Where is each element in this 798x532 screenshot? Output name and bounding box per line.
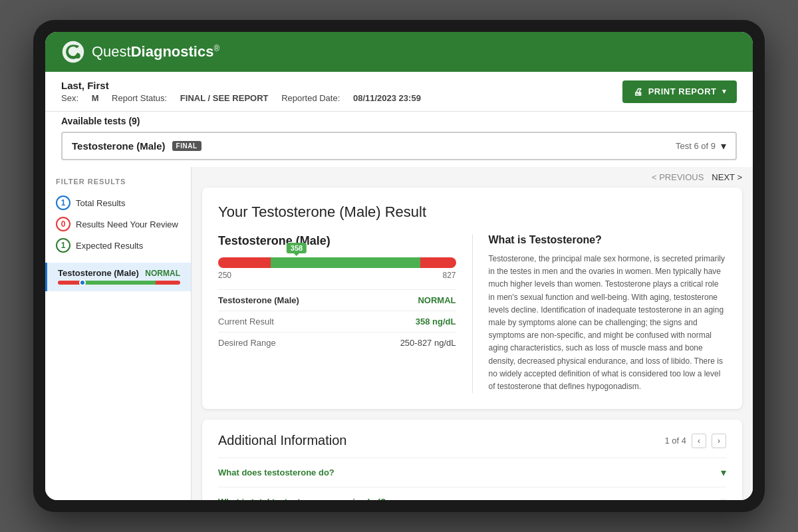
status-info: Report Status: FINAL / SEE REPORT: [112, 93, 271, 103]
sidebar-testosterone-item[interactable]: Testosterone (Male) NORMAL: [45, 263, 191, 291]
result-body: Testosterone (Male) 358 250 827: [218, 234, 726, 393]
additional-info-card: Additional Information 1 of 4 ‹ › What d…: [202, 420, 742, 500]
filter-results-label: FILTER RESULTS: [45, 178, 191, 186]
result-right: What is Testosterone? Testosterone, the …: [472, 234, 727, 393]
sidebar: FILTER RESULTS 1 Total Results 0 Results…: [45, 167, 192, 500]
needs-review-label: Results Need Your Review: [76, 219, 178, 229]
current-result-row: Current Result 358 ng/dL: [218, 311, 456, 332]
printer-icon: 🖨: [633, 86, 643, 97]
screen: QuestDiagnostics® Last, First Sex: M Rep…: [45, 32, 753, 500]
patient-info: Last, First Sex: M Report Status: FINAL …: [61, 80, 432, 103]
nav-bar: < PREVIOUS NEXT >: [192, 167, 753, 188]
main-content: FILTER RESULTS 1 Total Results 0 Results…: [45, 167, 753, 500]
faq-item-1[interactable]: What does testosterone do? ▾: [218, 458, 726, 487]
logo-text: QuestDiagnostics®: [92, 43, 219, 61]
what-is-text: Testosterone, the principal male sex hor…: [489, 253, 727, 393]
test-status-row: Testosterone (Male) NORMAL: [218, 289, 456, 311]
patient-details: Sex: M Report Status: FINAL / SEE REPORT…: [61, 93, 432, 103]
filter-total-results[interactable]: 1 Total Results: [45, 192, 191, 213]
quest-logo-icon: [61, 40, 85, 64]
patient-bar: Last, First Sex: M Report Status: FINAL …: [45, 72, 753, 112]
needs-review-badge: 0: [56, 217, 70, 231]
test-dropdown[interactable]: Testosterone (Male) FINAL Test 6 of 9 ▾: [61, 132, 737, 160]
svg-point-0: [63, 41, 84, 63]
faq-question-2: What is total testosterone comprised of?: [218, 497, 386, 500]
range-labels: 250 827: [218, 271, 456, 280]
sidebar-slider-dot: [79, 279, 86, 286]
pagination-prev-button[interactable]: ‹: [692, 434, 706, 448]
print-chevron-icon: ▾: [722, 87, 727, 96]
faq-question-1: What does testosterone do?: [218, 467, 334, 477]
desired-range-value: 250-827 ng/dL: [400, 338, 456, 348]
current-result-value: 358 ng/dL: [416, 317, 456, 327]
test-name-row-label: Testosterone (Male): [218, 295, 299, 305]
right-panel: < PREVIOUS NEXT > Your Testosterone (Mal…: [192, 167, 753, 500]
result-card-title: Your Testosterone (Male) Result: [218, 203, 726, 221]
result-card: Your Testosterone (Male) Result Testoste…: [202, 188, 742, 409]
test-dropdown-left: Testosterone (Male) FINAL: [72, 140, 201, 152]
svg-point-1: [76, 54, 80, 59]
additional-info-title: Additional Information: [218, 433, 346, 448]
faq-item-2[interactable]: What is total testosterone comprised of?…: [218, 487, 726, 500]
range-value-bubble: 358: [287, 243, 307, 253]
dropdown-chevron-icon: ▾: [721, 140, 726, 152]
available-tests-label: Available tests (9): [61, 116, 737, 126]
what-is-title: What is Testosterone?: [489, 234, 727, 246]
sidebar-slider-bar: [58, 281, 180, 285]
print-button-label: PRINT REPORT: [648, 86, 717, 96]
filter-needs-review[interactable]: 0 Results Need Your Review: [45, 213, 191, 235]
available-tests-bar: Available tests (9) Testosterone (Male) …: [45, 112, 753, 167]
range-container: 358 250 827: [218, 257, 456, 280]
sex-info: Sex: M: [61, 93, 101, 103]
expected-label: Expected Results: [76, 241, 143, 251]
current-result-label: Current Result: [218, 317, 274, 327]
previous-button[interactable]: < PREVIOUS: [652, 172, 704, 182]
header: QuestDiagnostics®: [45, 32, 753, 72]
next-button[interactable]: NEXT >: [712, 172, 742, 182]
result-test-name: Testosterone (Male): [218, 234, 456, 248]
sidebar-test-status: NORMAL: [145, 269, 180, 278]
final-badge: FINAL: [172, 141, 201, 151]
date-info: Reported Date: 08/11/2023 23:59: [281, 93, 421, 103]
filter-expected[interactable]: 1 Expected Results: [45, 235, 191, 256]
range-min-label: 250: [218, 271, 231, 280]
desired-range-label: Desired Range: [218, 338, 276, 348]
range-max-label: 827: [442, 271, 456, 280]
pagination-next-button[interactable]: ›: [712, 434, 726, 448]
result-left: Testosterone (Male) 358 250 827: [218, 234, 456, 393]
total-results-badge: 1: [56, 196, 70, 210]
faq-chevron-1-icon: ▾: [721, 466, 726, 479]
total-results-label: Total Results: [76, 198, 125, 208]
expected-badge: 1: [56, 238, 70, 253]
print-report-button[interactable]: 🖨 PRINT REPORT ▾: [622, 80, 737, 103]
faq-chevron-2-icon: ▾: [721, 495, 726, 500]
patient-name: Last, First: [61, 80, 432, 91]
info-card-header: Additional Information 1 of 4 ‹ ›: [218, 433, 726, 448]
range-bar-wrapper: 358: [218, 257, 456, 268]
desired-range-row: Desired Range 250-827 ng/dL: [218, 332, 456, 353]
test-dropdown-name: Testosterone (Male): [72, 140, 166, 152]
test-counter: Test 6 of 9 ▾: [676, 140, 726, 152]
sidebar-test-name: Testosterone (Male): [58, 268, 139, 278]
info-pagination: 1 of 4 ‹ ›: [664, 434, 726, 448]
logo-area: QuestDiagnostics®: [61, 40, 219, 64]
test-status-value: NORMAL: [418, 295, 456, 305]
range-bar: [218, 257, 456, 268]
device-frame: QuestDiagnostics® Last, First Sex: M Rep…: [33, 20, 765, 512]
